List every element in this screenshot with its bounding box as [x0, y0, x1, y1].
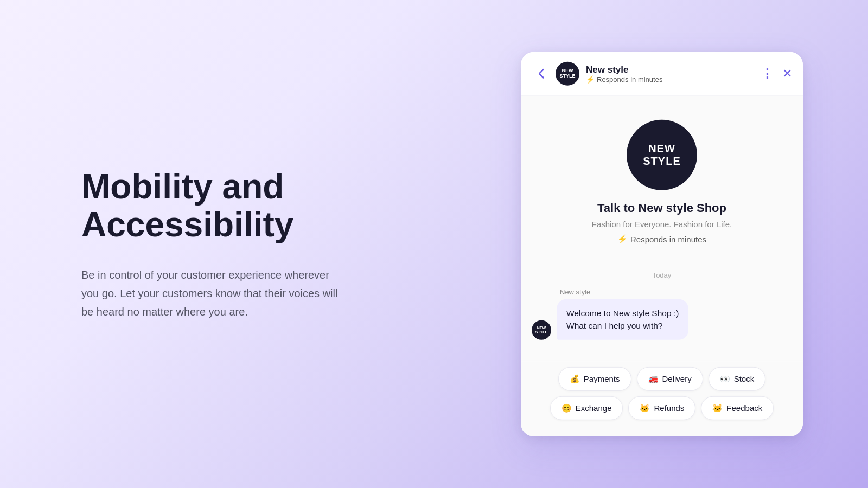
- header-status: ⚡ Responds in minutes: [586, 75, 761, 83]
- refunds-emoji: 🐱: [640, 403, 650, 413]
- header-shop-name: New style: [586, 64, 761, 75]
- response-bolt-icon: ⚡: [617, 234, 628, 244]
- exchange-label: Exchange: [576, 403, 612, 413]
- main-description: Be in control of your customer experienc…: [81, 265, 342, 320]
- exchange-emoji: 😊: [561, 403, 572, 413]
- feedback-label: Feedback: [726, 403, 762, 413]
- quick-reply-exchange[interactable]: 😊 Exchange: [550, 396, 623, 420]
- chat-widget: NEWSTYLE New style ⚡ Responds in minutes…: [521, 52, 803, 436]
- shop-response-time: ⚡ Responds in minutes: [617, 234, 706, 244]
- main-title: Mobility and Accessibility: [81, 168, 342, 244]
- delivery-label: Delivery: [662, 374, 692, 383]
- shop-intro-title: Talk to New style Shop: [597, 201, 726, 215]
- header-info: New style ⚡ Responds in minutes: [586, 64, 761, 83]
- refunds-label: Refunds: [654, 403, 684, 413]
- back-button[interactable]: [532, 64, 551, 84]
- date-divider: Today: [532, 271, 792, 279]
- more-options-button[interactable]: ⋮: [761, 67, 774, 81]
- header-avatar: NEWSTYLE: [556, 62, 579, 86]
- sender-label: New style: [560, 288, 792, 296]
- status-bolt-icon: ⚡: [586, 75, 595, 83]
- quick-reply-feedback[interactable]: 🐱 Feedback: [701, 396, 774, 420]
- quick-reply-refunds[interactable]: 🐱 Refunds: [628, 396, 695, 420]
- quick-replies-row-1: 💰 Payments 🚒 Delivery 👀 Stock: [532, 367, 792, 390]
- feedback-emoji: 🐱: [712, 403, 723, 413]
- shop-logo-large: NEWSTYLE: [627, 120, 697, 190]
- payments-label: Payments: [584, 374, 620, 383]
- chat-body: NEWSTYLE Talk to New style Shop Fashion …: [521, 96, 803, 362]
- quick-replies-row-2: 😊 Exchange 🐱 Refunds 🐱 Feedback: [532, 396, 792, 420]
- stock-label: Stock: [734, 374, 755, 383]
- shop-intro: NEWSTYLE Talk to New style Shop Fashion …: [532, 109, 792, 260]
- message-row: NEWSTYLE Welcome to New style Shop :)Wha…: [532, 299, 792, 340]
- left-panel: Mobility and Accessibility Be in control…: [81, 168, 342, 321]
- message-avatar: NEWSTYLE: [532, 320, 551, 339]
- shop-tagline: Fashion for Everyone. Fashion for Life.: [592, 220, 732, 229]
- close-button[interactable]: ✕: [782, 67, 792, 81]
- message-bubble: Welcome to New style Shop :)What can I h…: [557, 299, 688, 340]
- quick-replies: 💰 Payments 🚒 Delivery 👀 Stock 😊 Exchange…: [521, 361, 803, 436]
- quick-reply-stock[interactable]: 👀 Stock: [709, 367, 766, 390]
- chat-header: NEWSTYLE New style ⚡ Responds in minutes…: [521, 52, 803, 96]
- stock-emoji: 👀: [720, 374, 730, 383]
- quick-reply-payments[interactable]: 💰 Payments: [558, 367, 631, 390]
- header-actions: ⋮ ✕: [761, 67, 792, 81]
- quick-reply-delivery[interactable]: 🚒 Delivery: [637, 367, 703, 390]
- delivery-emoji: 🚒: [648, 374, 659, 383]
- payments-emoji: 💰: [570, 374, 580, 383]
